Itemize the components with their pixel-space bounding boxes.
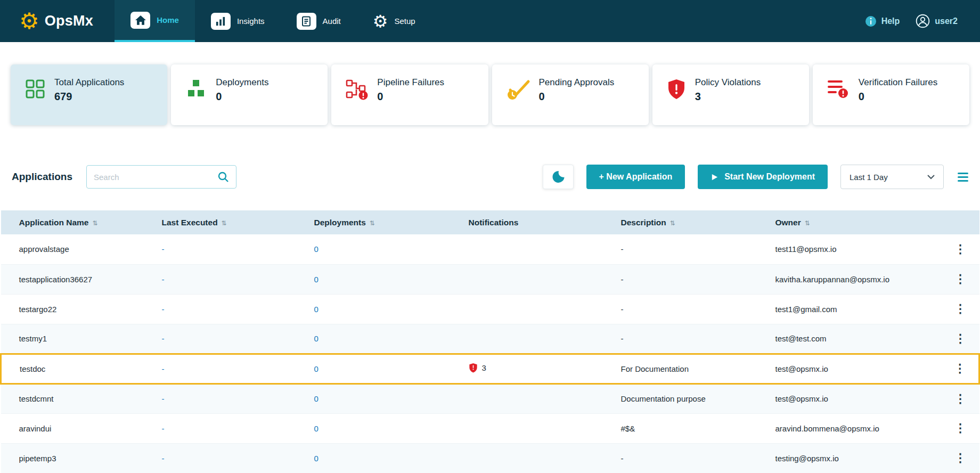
kebab-menu-icon[interactable]: ⋮: [954, 242, 966, 256]
description-text: -: [621, 275, 624, 284]
description-text: Documentation purpose: [621, 394, 706, 403]
search-input[interactable]: [94, 173, 217, 182]
kebab-menu-icon[interactable]: ⋮: [954, 392, 966, 405]
kebab-menu-icon[interactable]: ⋮: [954, 362, 966, 375]
column-header-description[interactable]: Description⇅: [614, 210, 768, 234]
sort-icon[interactable]: ⇅: [92, 219, 97, 227]
deployments-count-link[interactable]: 0: [314, 244, 318, 254]
search-icon[interactable]: [217, 171, 229, 183]
sort-icon[interactable]: ⇅: [370, 219, 375, 227]
start-new-deployment-button[interactable]: Start New Deployment: [698, 165, 828, 189]
description-text: -: [621, 244, 624, 254]
kebab-menu-icon[interactable]: ⋮: [954, 332, 966, 345]
stat-value: 0: [859, 91, 937, 103]
sort-icon[interactable]: ⇅: [805, 219, 810, 227]
deployments-count-link[interactable]: 0: [314, 275, 318, 284]
table-row: aravindui - 0 #$& aravind.bommena@opsmx.…: [1, 413, 979, 443]
boxes-icon: [185, 78, 207, 102]
shield-alert-small-icon: [469, 363, 478, 373]
nav-right-cluster: Help user2: [865, 0, 980, 42]
last-executed-link[interactable]: -: [162, 454, 165, 463]
user-menu[interactable]: user2: [916, 14, 958, 28]
applications-table: Application Name⇅ Last Executed⇅ Deploym…: [0, 210, 980, 473]
stat-card-total-applications[interactable]: Total Applications 679: [11, 64, 167, 125]
applications-toolbar: Applications + New Application Start New…: [12, 165, 968, 189]
help-label: Help: [881, 17, 900, 26]
deployments-count-link[interactable]: 0: [314, 454, 318, 463]
application-name-link[interactable]: testmy1: [19, 334, 47, 343]
last-executed-link[interactable]: -: [162, 305, 165, 314]
stat-card-policy-violations[interactable]: Policy Violations 3: [652, 64, 809, 125]
last-executed-link[interactable]: -: [162, 334, 165, 343]
stat-card-pipeline-failures[interactable]: Pipeline Failures 0: [331, 64, 488, 125]
sort-icon[interactable]: ⇅: [222, 219, 227, 227]
stat-cards-row: Total Applications 679 Deployments 0 Pip…: [0, 42, 980, 125]
new-application-button[interactable]: + New Application: [586, 165, 685, 189]
theme-crescent-button[interactable]: [543, 165, 574, 189]
owner-text: test@opsmx.io: [775, 364, 828, 373]
time-range-select[interactable]: Last 1 Day: [840, 165, 944, 189]
application-name-link[interactable]: testdoc: [20, 364, 45, 373]
last-executed-link[interactable]: -: [162, 275, 165, 284]
help-button[interactable]: Help: [865, 15, 900, 27]
search-box: [86, 165, 236, 189]
column-header-owner[interactable]: Owner⇅: [768, 210, 942, 234]
crescent-moon-icon: [551, 170, 565, 184]
application-name-link[interactable]: pipetemp3: [19, 454, 56, 463]
last-executed-link[interactable]: -: [162, 244, 165, 254]
deployments-count-link[interactable]: 0: [314, 394, 318, 403]
info-icon: [865, 15, 877, 27]
table-row: approvalstage - 0 - test11@opsmx.io ⋮: [1, 234, 979, 264]
deployments-count-link[interactable]: 0: [314, 334, 318, 343]
nav-tab-setup-label: Setup: [394, 17, 415, 26]
apps-grid-icon: [24, 78, 46, 102]
stat-label: Policy Violations: [695, 77, 761, 88]
last-executed-link[interactable]: -: [162, 424, 165, 433]
brand-logo[interactable]: ⚙ OpsMx: [0, 0, 115, 42]
last-executed-link[interactable]: -: [162, 364, 165, 373]
last-executed-link[interactable]: -: [162, 394, 165, 403]
deployments-count-link[interactable]: 0: [314, 305, 318, 314]
shield-alert-icon: [666, 78, 687, 103]
top-navigation-bar: ⚙ OpsMx Home Insights Audit ⚙ Setup: [0, 0, 980, 42]
stat-card-deployments[interactable]: Deployments 0: [171, 64, 328, 125]
nav-tab-home-label: Home: [157, 15, 179, 25]
nav-tab-insights[interactable]: Insights: [195, 0, 281, 42]
sort-icon[interactable]: ⇅: [670, 219, 675, 227]
applications-table-body: approvalstage - 0 - test11@opsmx.io ⋮ te…: [1, 234, 979, 473]
stat-value: 0: [216, 91, 268, 103]
column-header-notifications: Notifications: [461, 210, 614, 234]
kebab-menu-icon[interactable]: ⋮: [954, 421, 966, 435]
nav-tab-audit[interactable]: Audit: [281, 0, 357, 42]
user-avatar-icon: [916, 14, 930, 28]
column-header-last-executed[interactable]: Last Executed⇅: [154, 210, 307, 234]
nav-tabs: Home Insights Audit ⚙ Setup: [115, 0, 431, 42]
table-row: testargo22 - 0 - test1@gmail.com ⋮: [1, 294, 979, 324]
application-name-link[interactable]: aravindui: [19, 424, 52, 433]
deployments-count-link[interactable]: 0: [314, 424, 318, 433]
kebab-menu-icon[interactable]: ⋮: [954, 451, 966, 464]
stat-card-pending-approvals[interactable]: Pending Approvals 0: [492, 64, 649, 125]
kebab-menu-icon[interactable]: ⋮: [954, 272, 966, 286]
application-name-link[interactable]: approvalstage: [19, 244, 69, 254]
deployments-count-link[interactable]: 0: [314, 364, 318, 373]
notification-count: 3: [482, 363, 486, 372]
column-header-deployments[interactable]: Deployments⇅: [307, 210, 461, 234]
nav-tab-home[interactable]: Home: [115, 0, 195, 42]
nav-tab-setup[interactable]: ⚙ Setup: [357, 0, 431, 42]
application-name-link[interactable]: testapplication36627: [19, 275, 93, 284]
play-icon: [710, 173, 718, 181]
column-header-application-name[interactable]: Application Name⇅: [1, 210, 154, 234]
stat-card-verification-failures[interactable]: Verification Failures 0: [813, 64, 969, 125]
notifications-badge[interactable]: 3: [469, 363, 486, 373]
table-menu-icon[interactable]: [958, 173, 968, 182]
owner-text: kavitha.karuppannan@opsmx.io: [775, 275, 890, 284]
list-alert-icon: [827, 78, 850, 102]
application-name-link[interactable]: testdcmnt: [19, 394, 54, 403]
owner-text: aravind.bommena@opsmx.io: [775, 424, 879, 433]
stat-value: 0: [377, 91, 444, 103]
application-name-link[interactable]: testargo22: [19, 305, 57, 314]
owner-text: test11@opsmx.io: [775, 244, 837, 254]
owner-text: test@opsmx.io: [775, 394, 828, 403]
kebab-menu-icon[interactable]: ⋮: [954, 302, 966, 315]
